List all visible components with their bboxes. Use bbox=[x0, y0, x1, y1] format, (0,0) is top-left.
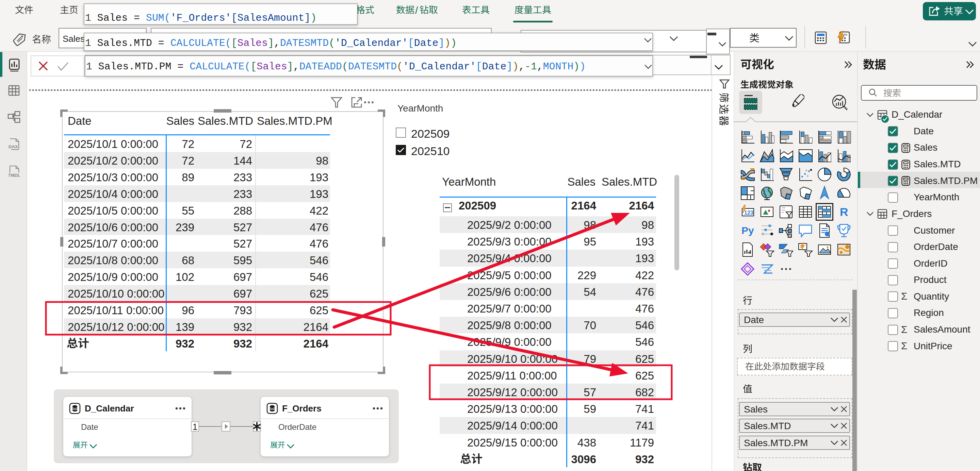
svg-text:Py: Py bbox=[741, 225, 754, 236]
svg-text:TMDL: TMDL bbox=[8, 173, 20, 178]
svg-text:R: R bbox=[840, 205, 848, 218]
svg-text:DAX: DAX bbox=[8, 144, 18, 149]
svg-text:123: 123 bbox=[744, 210, 753, 216]
